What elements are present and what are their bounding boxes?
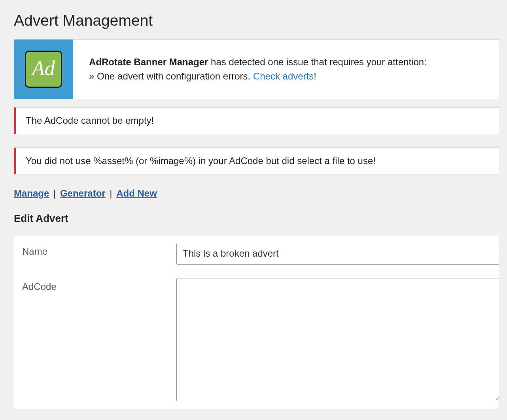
section-title: Edit Advert	[14, 212, 499, 225]
edit-advert-form: Name AdCode	[14, 236, 499, 409]
name-row: Name	[14, 236, 499, 271]
banner-icon-box: Ad	[14, 40, 73, 99]
adcode-row: AdCode	[14, 271, 499, 409]
name-input[interactable]	[176, 243, 499, 265]
banner-text: AdRotate Banner Manager has detected one…	[73, 51, 443, 87]
subnav-generator-link[interactable]: Generator	[60, 188, 106, 199]
adcode-label: AdCode	[14, 271, 176, 302]
name-label: Name	[14, 236, 176, 267]
subnav: Manage | Generator | Add New	[14, 188, 499, 199]
adcode-textarea[interactable]	[176, 278, 499, 401]
page-title: Advert Management	[14, 12, 499, 29]
check-adverts-link[interactable]: Check adverts	[253, 71, 314, 81]
subnav-separator: |	[52, 188, 60, 199]
banner-line2-prefix: » One advert with configuration errors.	[89, 71, 253, 81]
subnav-add-new-link[interactable]: Add New	[116, 188, 157, 199]
adrotate-logo-text: Ad	[32, 58, 55, 79]
error-notice-1: The AdCode cannot be empty!	[14, 107, 499, 134]
subnav-manage-link[interactable]: Manage	[14, 188, 49, 199]
subnav-separator: |	[108, 188, 116, 199]
attention-banner: Ad AdRotate Banner Manager has detected …	[14, 39, 499, 99]
banner-line2-suffix: !	[314, 71, 316, 81]
error-notice-2: You did not use %asset% (or %image%) in …	[14, 148, 499, 174]
banner-line1-rest: has detected one issue that requires you…	[208, 57, 426, 67]
banner-strong: AdRotate Banner Manager	[89, 57, 208, 67]
adrotate-logo-icon: Ad	[25, 51, 62, 88]
